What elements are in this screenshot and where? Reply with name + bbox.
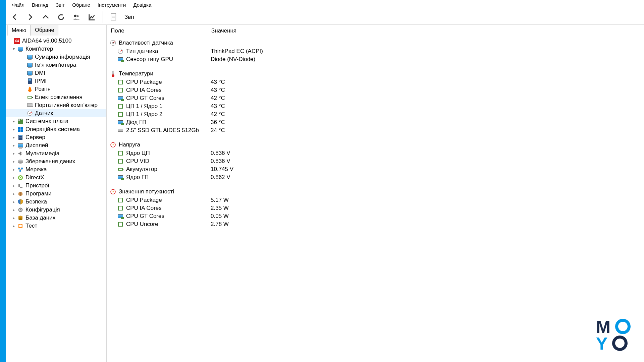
data-row[interactable]: Ядро ЦП0.836 V (107, 149, 644, 157)
tree-storage[interactable]: ▸Збереження даних (6, 158, 106, 166)
chevron-right-icon[interactable]: ▸ (11, 167, 17, 172)
report-doc-icon[interactable] (108, 11, 120, 23)
chip-icon (117, 205, 124, 211)
svg-point-1 (77, 15, 79, 17)
data-row[interactable]: CPU GT Cores42 °C (107, 94, 644, 102)
chevron-right-icon[interactable]: ▸ (11, 224, 17, 228)
chevron-right-icon[interactable]: ▸ (11, 119, 17, 124)
data-row[interactable]: Тип датчикаThinkPad EC (ACPI) (107, 47, 644, 55)
chevron-right-icon[interactable]: ▸ (11, 207, 17, 212)
data-row[interactable]: CPU Package5.17 W (107, 196, 644, 204)
sensor-icon (109, 40, 117, 46)
menu-file[interactable]: Файл (9, 1, 28, 9)
data-row[interactable]: ЦП 1 / Ядро 143 °C (107, 102, 644, 110)
tree-portable[interactable]: Портативний комп'ютер (6, 101, 106, 109)
menu-favorites[interactable]: Обране (69, 1, 94, 9)
tree-ipmi[interactable]: IPMI (6, 77, 106, 85)
data-row[interactable]: CPU GT Cores0.05 W (107, 212, 644, 220)
tree-overclock[interactable]: Розгін (6, 85, 106, 93)
section-temperatures: Температури (107, 69, 644, 78)
up-button[interactable] (40, 11, 52, 23)
data-row[interactable]: CPU IA Cores43 °C (107, 86, 644, 94)
menu-tools[interactable]: Інструменти (94, 1, 129, 9)
chevron-right-icon[interactable]: ▸ (11, 135, 17, 140)
tree-os[interactable]: ▸Операційна система (6, 125, 106, 133)
chip-icon (117, 111, 124, 117)
tree-dmi[interactable]: DMI (6, 69, 106, 77)
chevron-right-icon[interactable]: ▸ (11, 183, 17, 188)
gpu-icon (117, 95, 124, 101)
column-value[interactable]: Значення (207, 25, 405, 37)
sensor-icon (26, 110, 34, 116)
tree-computer-name[interactable]: Ім'я комп'ютера (6, 61, 106, 69)
chevron-down-icon[interactable]: ▾ (11, 47, 17, 51)
data-row[interactable]: ЦП 1 / Ядро 242 °C (107, 110, 644, 118)
chevron-right-icon[interactable]: ▸ (11, 216, 17, 220)
chevron-right-icon[interactable]: ▸ (11, 143, 17, 148)
users-icon[interactable] (70, 11, 83, 23)
tree-server[interactable]: ▸Сервер (6, 133, 106, 141)
forward-button[interactable] (24, 11, 36, 23)
chip-icon (117, 158, 124, 164)
chip-icon (117, 197, 124, 203)
battery-icon (117, 166, 124, 172)
chevron-right-icon[interactable]: ▸ (11, 175, 17, 180)
section-power: Значення потужності (107, 187, 644, 196)
chevron-right-icon[interactable]: ▸ (11, 199, 17, 204)
data-row[interactable]: Сенсор типу GPUDiode (NV-Diode) (107, 55, 644, 63)
directx-icon (17, 175, 24, 181)
svg-rect-19 (18, 127, 20, 129)
tree-computer[interactable]: ▾Комп'ютер (6, 45, 106, 53)
gpu-icon (117, 213, 124, 219)
tab-menu[interactable]: Меню (7, 25, 31, 36)
tree-devices[interactable]: ▸Пристрої (6, 182, 106, 190)
tree-config[interactable]: ▸Конфігурація (6, 206, 106, 214)
chip-icon (117, 79, 124, 85)
tree-motherboard[interactable]: ▸Системна плата (6, 117, 106, 125)
tab-favorites[interactable]: Обране (31, 25, 58, 36)
chevron-right-icon[interactable]: ▸ (11, 159, 17, 164)
shield-icon (17, 199, 24, 205)
tree-software[interactable]: ▸Програми (6, 190, 106, 198)
tree-network[interactable]: ▸Мережа (6, 166, 106, 174)
menu-view[interactable]: Вигляд (29, 1, 52, 9)
tree-summary[interactable]: Сумарна інформація (6, 53, 106, 61)
tree-multimedia[interactable]: ▸Мультимедіа (6, 149, 106, 158)
chevron-right-icon[interactable]: ▸ (11, 151, 17, 156)
data-row[interactable]: 2.5" SSD GTL AIDES 512Gb24 °C (107, 126, 644, 134)
lightning-icon (109, 142, 117, 148)
tree-directx[interactable]: ▸DirectX (6, 174, 106, 182)
svg-rect-21 (18, 129, 20, 132)
tree-sensor[interactable]: Датчик (6, 109, 106, 117)
chip-icon (117, 103, 124, 109)
data-row[interactable]: CPU VID0.836 V (107, 157, 644, 165)
data-row[interactable]: Акумулятор10.745 V (107, 165, 644, 173)
data-row[interactable]: CPU Package43 °C (107, 78, 644, 86)
data-row[interactable]: CPU Uncore2.78 W (107, 220, 644, 228)
data-row[interactable]: CPU IA Cores2.35 W (107, 204, 644, 212)
menu-report[interactable]: Звіт (52, 1, 68, 9)
graph-icon[interactable] (86, 11, 98, 23)
chevron-right-icon[interactable]: ▸ (11, 191, 17, 196)
tree-security[interactable]: ▸Безпека (6, 198, 106, 206)
details-content[interactable]: Властивості датчика Тип датчикаThinkPad … (107, 37, 644, 362)
tree-benchmark[interactable]: ▸Тест (6, 222, 106, 230)
nav-tree[interactable]: 64AIDA64 v6.00.5100 ▾Комп'ютер Сумарна і… (6, 36, 106, 362)
tree-database[interactable]: ▸База даних (6, 214, 106, 222)
chevron-right-icon[interactable]: ▸ (11, 127, 17, 132)
data-row[interactable]: Ядро ГП0.862 V (107, 173, 644, 181)
svg-rect-24 (19, 135, 22, 136)
column-field[interactable]: Поле (107, 25, 207, 37)
svg-rect-12 (27, 106, 33, 107)
tree-display[interactable]: ▸Дисплей (6, 141, 106, 149)
laptop-icon (26, 102, 34, 108)
refresh-button[interactable] (55, 11, 67, 23)
data-row[interactable]: Діод ГП36 °C (107, 118, 644, 126)
back-button[interactable] (9, 11, 21, 23)
tree-root[interactable]: 64AIDA64 v6.00.5100 (6, 37, 106, 45)
tree-power-mgmt[interactable]: Електроживлення (6, 93, 106, 101)
report-label[interactable]: Звіт (124, 14, 135, 20)
menu-help[interactable]: Довідка (130, 1, 155, 9)
chip-icon (117, 150, 124, 156)
svg-point-40 (18, 219, 22, 220)
